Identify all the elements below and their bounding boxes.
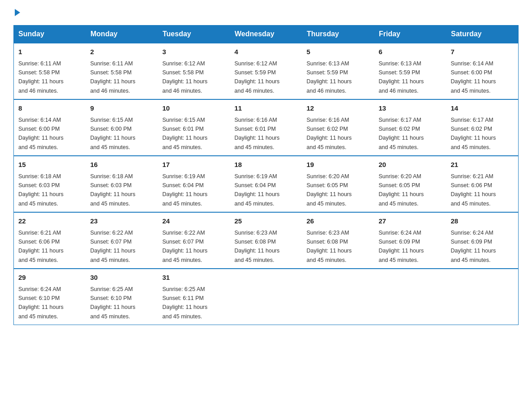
day-number: 2 — [90, 47, 154, 57]
day-number: 8 — [18, 103, 82, 114]
day-number: 13 — [379, 103, 442, 114]
day-number: 26 — [307, 216, 370, 227]
day-info: Sunrise: 6:11 AMSunset: 5:58 PMDaylight:… — [90, 60, 136, 94]
day-info: Sunrise: 6:25 AMSunset: 6:11 PMDaylight:… — [163, 286, 208, 320]
day-number: 11 — [235, 103, 298, 114]
header-tuesday: Tuesday — [158, 26, 230, 43]
day-cell: 18 Sunrise: 6:19 AMSunset: 6:04 PMDaylig… — [230, 156, 302, 212]
day-cell: 14 Sunrise: 6:17 AMSunset: 6:02 PMDaylig… — [446, 99, 519, 156]
day-cell: 11 Sunrise: 6:16 AMSunset: 6:01 PMDaylig… — [230, 99, 302, 156]
header-wednesday: Wednesday — [230, 26, 302, 43]
header-monday: Monday — [86, 26, 158, 43]
day-info: Sunrise: 6:19 AMSunset: 6:04 PMDaylight:… — [235, 173, 280, 207]
day-info: Sunrise: 6:23 AMSunset: 6:08 PMDaylight:… — [307, 230, 352, 263]
day-cell: 26 Sunrise: 6:23 AMSunset: 6:08 PMDaylig… — [302, 212, 374, 269]
day-info: Sunrise: 6:20 AMSunset: 6:05 PMDaylight:… — [307, 173, 352, 207]
day-info: Sunrise: 6:24 AMSunset: 6:09 PMDaylight:… — [379, 230, 424, 263]
day-info: Sunrise: 6:11 AMSunset: 5:58 PMDaylight:… — [18, 60, 64, 94]
day-info: Sunrise: 6:15 AMSunset: 6:01 PMDaylight:… — [163, 117, 208, 150]
day-number: 15 — [18, 160, 82, 170]
day-cell: 16 Sunrise: 6:18 AMSunset: 6:03 PMDaylig… — [86, 156, 158, 212]
day-cell — [302, 269, 374, 325]
day-cell — [446, 269, 519, 325]
day-info: Sunrise: 6:15 AMSunset: 6:00 PMDaylight:… — [90, 117, 136, 150]
week-row-4: 22 Sunrise: 6:21 AMSunset: 6:06 PMDaylig… — [14, 212, 519, 269]
day-number: 21 — [451, 160, 514, 170]
day-info: Sunrise: 6:16 AMSunset: 6:01 PMDaylight:… — [235, 117, 280, 150]
day-cell: 9 Sunrise: 6:15 AMSunset: 6:00 PMDayligh… — [86, 99, 158, 156]
day-cell: 29 Sunrise: 6:24 AMSunset: 6:10 PMDaylig… — [14, 269, 86, 325]
day-number: 10 — [163, 103, 226, 114]
calendar-table: SundayMondayTuesdayWednesdayThursdayFrid… — [13, 25, 519, 325]
day-number: 24 — [163, 216, 226, 227]
day-cell: 10 Sunrise: 6:15 AMSunset: 6:01 PMDaylig… — [158, 99, 230, 156]
day-info: Sunrise: 6:25 AMSunset: 6:10 PMDaylight:… — [90, 286, 136, 320]
logo — [13, 9, 21, 16]
week-row-5: 29 Sunrise: 6:24 AMSunset: 6:10 PMDaylig… — [14, 269, 519, 325]
day-number: 20 — [379, 160, 442, 170]
day-info: Sunrise: 6:16 AMSunset: 6:02 PMDaylight:… — [307, 117, 352, 150]
day-cell: 17 Sunrise: 6:19 AMSunset: 6:04 PMDaylig… — [158, 156, 230, 212]
day-info: Sunrise: 6:13 AMSunset: 5:59 PMDaylight:… — [379, 60, 424, 94]
header-saturday: Saturday — [446, 26, 519, 43]
day-number: 25 — [235, 216, 298, 227]
day-cell: 8 Sunrise: 6:14 AMSunset: 6:00 PMDayligh… — [14, 99, 86, 156]
day-cell — [374, 269, 446, 325]
day-cell: 24 Sunrise: 6:22 AMSunset: 6:07 PMDaylig… — [158, 212, 230, 269]
page-header — [13, 9, 519, 16]
header-thursday: Thursday — [302, 26, 374, 43]
day-number: 17 — [163, 160, 226, 170]
day-info: Sunrise: 6:22 AMSunset: 6:07 PMDaylight:… — [163, 230, 208, 263]
day-number: 6 — [379, 47, 442, 57]
day-number: 3 — [163, 47, 226, 57]
day-info: Sunrise: 6:19 AMSunset: 6:04 PMDaylight:… — [163, 173, 208, 207]
day-number: 28 — [451, 216, 514, 227]
day-cell — [230, 269, 302, 325]
day-number: 1 — [18, 47, 82, 57]
day-number: 29 — [18, 273, 82, 283]
day-number: 12 — [307, 103, 370, 114]
day-info: Sunrise: 6:24 AMSunset: 6:09 PMDaylight:… — [451, 230, 496, 263]
day-cell: 25 Sunrise: 6:23 AMSunset: 6:08 PMDaylig… — [230, 212, 302, 269]
day-info: Sunrise: 6:13 AMSunset: 5:59 PMDaylight:… — [307, 60, 352, 94]
day-info: Sunrise: 6:21 AMSunset: 6:06 PMDaylight:… — [451, 173, 496, 207]
day-info: Sunrise: 6:14 AMSunset: 6:00 PMDaylight:… — [18, 117, 64, 150]
day-cell: 31 Sunrise: 6:25 AMSunset: 6:11 PMDaylig… — [158, 269, 230, 325]
day-cell: 28 Sunrise: 6:24 AMSunset: 6:09 PMDaylig… — [446, 212, 519, 269]
day-cell: 30 Sunrise: 6:25 AMSunset: 6:10 PMDaylig… — [86, 269, 158, 325]
day-info: Sunrise: 6:17 AMSunset: 6:02 PMDaylight:… — [451, 117, 496, 150]
day-info: Sunrise: 6:20 AMSunset: 6:05 PMDaylight:… — [379, 173, 424, 207]
week-row-3: 15 Sunrise: 6:18 AMSunset: 6:03 PMDaylig… — [14, 156, 519, 212]
day-cell: 4 Sunrise: 6:12 AMSunset: 5:59 PMDayligh… — [230, 43, 302, 99]
day-number: 23 — [90, 216, 154, 227]
header-row: SundayMondayTuesdayWednesdayThursdayFrid… — [14, 26, 519, 43]
day-cell: 12 Sunrise: 6:16 AMSunset: 6:02 PMDaylig… — [302, 99, 374, 156]
day-info: Sunrise: 6:22 AMSunset: 6:07 PMDaylight:… — [90, 230, 136, 263]
day-number: 5 — [307, 47, 370, 57]
day-cell: 6 Sunrise: 6:13 AMSunset: 5:59 PMDayligh… — [374, 43, 446, 99]
day-cell: 27 Sunrise: 6:24 AMSunset: 6:09 PMDaylig… — [374, 212, 446, 269]
day-number: 22 — [18, 216, 82, 227]
header-friday: Friday — [374, 26, 446, 43]
day-info: Sunrise: 6:24 AMSunset: 6:10 PMDaylight:… — [18, 286, 64, 320]
day-info: Sunrise: 6:21 AMSunset: 6:06 PMDaylight:… — [18, 230, 64, 263]
day-cell: 5 Sunrise: 6:13 AMSunset: 5:59 PMDayligh… — [302, 43, 374, 99]
day-number: 4 — [235, 47, 298, 57]
day-cell: 21 Sunrise: 6:21 AMSunset: 6:06 PMDaylig… — [446, 156, 519, 212]
day-cell: 23 Sunrise: 6:22 AMSunset: 6:07 PMDaylig… — [86, 212, 158, 269]
day-number: 19 — [307, 160, 370, 170]
day-number: 14 — [451, 103, 514, 114]
day-cell: 13 Sunrise: 6:17 AMSunset: 6:02 PMDaylig… — [374, 99, 446, 156]
day-info: Sunrise: 6:14 AMSunset: 6:00 PMDaylight:… — [451, 60, 496, 94]
week-row-1: 1 Sunrise: 6:11 AMSunset: 5:58 PMDayligh… — [14, 43, 519, 99]
day-cell: 19 Sunrise: 6:20 AMSunset: 6:05 PMDaylig… — [302, 156, 374, 212]
day-cell: 2 Sunrise: 6:11 AMSunset: 5:58 PMDayligh… — [86, 43, 158, 99]
day-number: 7 — [451, 47, 514, 57]
day-number: 18 — [235, 160, 298, 170]
logo-triangle-icon — [15, 9, 20, 16]
week-row-2: 8 Sunrise: 6:14 AMSunset: 6:00 PMDayligh… — [14, 99, 519, 156]
day-info: Sunrise: 6:23 AMSunset: 6:08 PMDaylight:… — [235, 230, 280, 263]
day-cell: 1 Sunrise: 6:11 AMSunset: 5:58 PMDayligh… — [14, 43, 86, 99]
day-info: Sunrise: 6:18 AMSunset: 6:03 PMDaylight:… — [18, 173, 64, 207]
day-number: 9 — [90, 103, 154, 114]
